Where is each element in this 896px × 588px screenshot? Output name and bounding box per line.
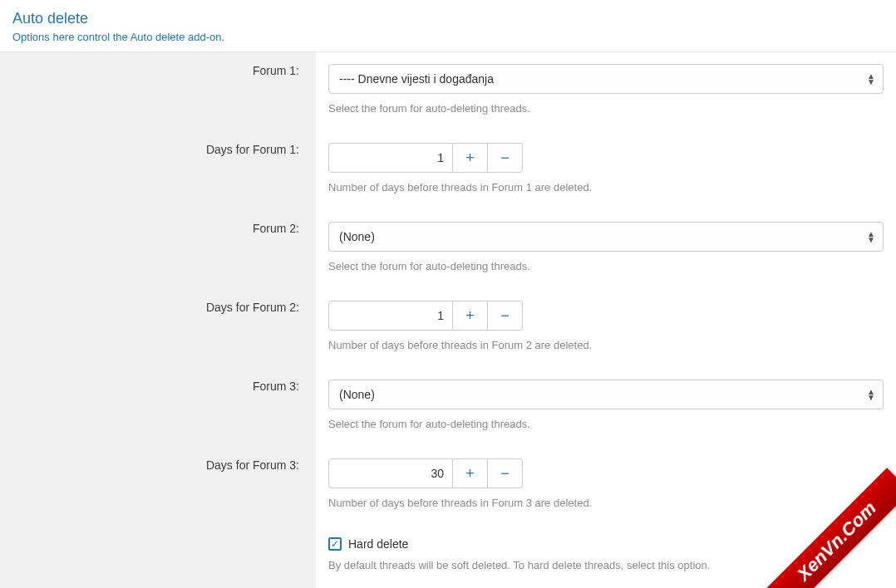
row-days-3: Days for Forum 3: + − Number of days bef… (0, 447, 896, 526)
label-forum-3: Forum 3: (253, 380, 299, 393)
input-days-1[interactable] (328, 143, 453, 173)
help-days-1: Number of days before threads in Forum 1… (328, 181, 884, 194)
page-title: Auto delete (12, 10, 884, 27)
minus-icon: − (500, 307, 510, 325)
plus-icon: + (465, 465, 475, 483)
select-forum-1[interactable]: ---- Dnevne vijesti i događanja ▲▼ (328, 64, 884, 94)
select-forum-3-value[interactable]: (None) (328, 380, 884, 409)
row-days-2: Days for Forum 2: + − Number of days bef… (0, 289, 896, 368)
minus-icon: − (500, 149, 510, 167)
form-container: Forum 1: ---- Dnevne vijesti i događanja… (0, 52, 896, 588)
minus-button[interactable]: − (488, 143, 523, 173)
help-forum-1: Select the forum for auto-deleting threa… (328, 102, 884, 115)
input-days-2[interactable] (328, 301, 453, 331)
minus-icon: − (500, 465, 510, 483)
stepper-days-3: + − (328, 458, 523, 488)
row-days-1: Days for Forum 1: + − Number of days bef… (0, 131, 896, 210)
label-days-2: Days for Forum 2: (206, 301, 299, 314)
check-icon: ✓ (331, 538, 339, 550)
help-forum-2: Select the forum for auto-deleting threa… (328, 260, 884, 272)
row-forum-3: Forum 3: (None) ▲▼ Select the forum for … (0, 368, 896, 447)
label-forum-2: Forum 2: (253, 222, 299, 235)
plus-button[interactable]: + (453, 143, 488, 173)
select-forum-2-value[interactable]: (None) (328, 222, 884, 252)
stepper-days-1: + − (328, 143, 523, 173)
help-days-3: Number of days before threads in Forum 3… (328, 497, 884, 509)
page-description: Options here control the Auto delete add… (12, 31, 884, 43)
minus-button[interactable]: − (488, 301, 523, 331)
stepper-days-2: + − (328, 301, 523, 331)
label-forum-1: Forum 1: (253, 64, 299, 77)
row-hard-delete: ✓ Hard delete By default threads will be… (0, 526, 896, 588)
row-forum-2: Forum 2: (None) ▲▼ Select the forum for … (0, 210, 896, 289)
select-forum-3[interactable]: (None) ▲▼ (328, 380, 884, 409)
select-forum-1-value[interactable]: ---- Dnevne vijesti i događanja (328, 64, 884, 94)
checkbox-hard-delete-label[interactable]: Hard delete (348, 537, 408, 551)
plus-button[interactable]: + (453, 458, 488, 488)
label-days-3: Days for Forum 3: (206, 458, 299, 472)
select-forum-2[interactable]: (None) ▲▼ (328, 222, 884, 252)
help-days-2: Number of days before threads in Forum 2… (328, 339, 884, 351)
help-forum-3: Select the forum for auto-deleting threa… (328, 418, 884, 430)
input-days-3[interactable] (328, 458, 453, 488)
page-header: Auto delete Options here control the Aut… (0, 0, 896, 52)
plus-icon: + (465, 307, 475, 325)
row-forum-1: Forum 1: ---- Dnevne vijesti i događanja… (0, 52, 896, 131)
checkbox-hard-delete-row: ✓ Hard delete (328, 537, 884, 551)
plus-button[interactable]: + (453, 301, 488, 331)
checkbox-hard-delete[interactable]: ✓ (328, 537, 342, 551)
plus-icon: + (465, 149, 475, 167)
label-days-1: Days for Forum 1: (206, 143, 299, 156)
minus-button[interactable]: − (488, 458, 523, 488)
